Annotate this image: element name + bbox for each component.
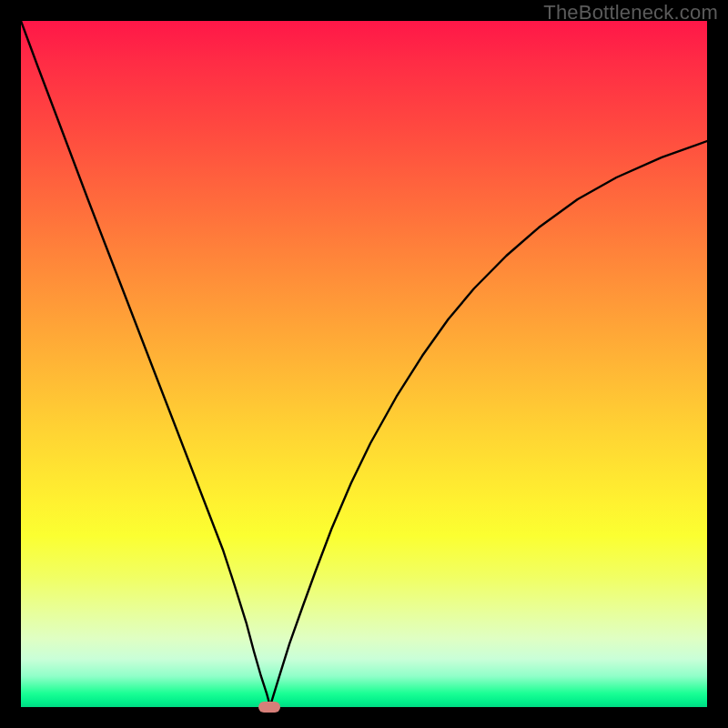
curve-svg (21, 21, 707, 707)
optimal-point-marker (258, 702, 280, 713)
chart-container: TheBottleneck.com (0, 0, 728, 728)
plot-area (21, 21, 707, 707)
left-branch-path (21, 21, 270, 706)
right-branch-path (270, 141, 707, 706)
